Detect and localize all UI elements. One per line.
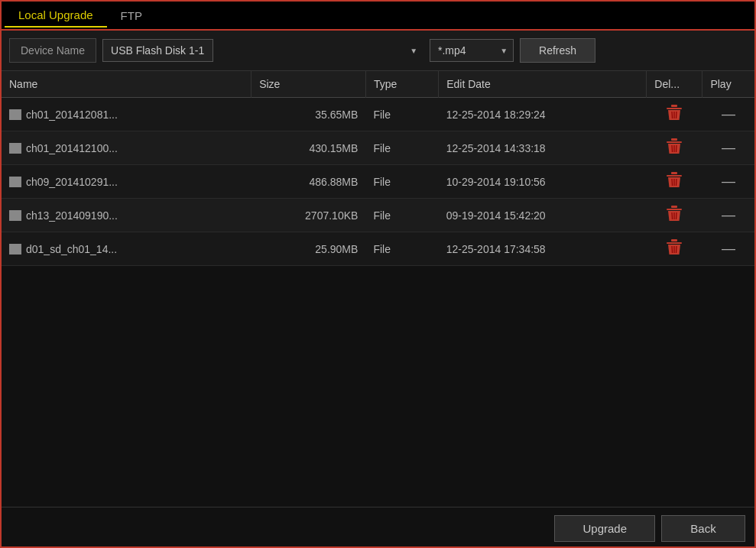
play-dash: — bbox=[722, 173, 735, 189]
file-table-container: Name Size Type Edit Date Del... Play ch0… bbox=[2, 71, 754, 548]
col-header-date: Edit Date bbox=[439, 71, 647, 98]
table-row: ch01_201412100... 430.15MB File 12-25-20… bbox=[2, 131, 754, 165]
refresh-button[interactable]: Refresh bbox=[520, 38, 595, 63]
svg-line-2 bbox=[672, 112, 673, 118]
upgrade-button[interactable]: Upgrade bbox=[554, 515, 655, 542]
svg-rect-20 bbox=[667, 242, 682, 244]
cell-play: — bbox=[702, 131, 754, 165]
svg-line-4 bbox=[677, 112, 677, 118]
svg-rect-11 bbox=[671, 172, 677, 174]
play-dash: — bbox=[722, 140, 735, 155]
device-select[interactable]: USB Flash Disk 1-1 bbox=[102, 39, 213, 62]
delete-button[interactable] bbox=[666, 205, 683, 223]
cell-name: ch01_201412100... bbox=[2, 131, 251, 165]
cell-size: 430.15MB bbox=[251, 131, 366, 165]
trash-icon bbox=[666, 205, 683, 223]
file-icon bbox=[9, 109, 21, 120]
svg-rect-16 bbox=[671, 206, 677, 208]
cell-size: 2707.10KB bbox=[251, 199, 366, 232]
cell-type: File bbox=[365, 199, 438, 232]
tab-local-upgrade[interactable]: Local Upgrade bbox=[5, 4, 107, 28]
cell-delete bbox=[647, 232, 702, 266]
svg-line-24 bbox=[677, 246, 677, 253]
main-content: Device Name USB Flash Disk 1-1 *.mp4 *.a… bbox=[2, 31, 754, 548]
cell-delete bbox=[647, 98, 702, 131]
cell-name: ch01_201412081... bbox=[2, 98, 251, 131]
table-row: d01_sd_ch01_14... 25.90MB File 12-25-201… bbox=[2, 232, 754, 266]
cell-play: — bbox=[702, 98, 754, 131]
col-header-play: Play bbox=[702, 71, 754, 98]
cell-date: 10-29-2014 19:10:56 bbox=[439, 165, 647, 199]
toolbar: Device Name USB Flash Disk 1-1 *.mp4 *.a… bbox=[2, 31, 754, 71]
cell-play: — bbox=[702, 199, 754, 232]
svg-line-22 bbox=[672, 246, 673, 253]
table-row: ch13_201409190... 2707.10KB File 09-19-2… bbox=[2, 199, 754, 232]
col-header-size: Size bbox=[251, 71, 366, 98]
play-dash: — bbox=[722, 207, 735, 222]
file-icon bbox=[9, 177, 21, 187]
cell-size: 35.65MB bbox=[251, 98, 366, 131]
cell-date: 12-25-2014 17:34:58 bbox=[439, 232, 647, 266]
device-name-label: Device Name bbox=[9, 38, 96, 63]
cell-date: 12-25-2014 18:29:24 bbox=[439, 98, 647, 131]
cell-delete bbox=[647, 165, 702, 199]
delete-button[interactable] bbox=[666, 138, 683, 156]
cell-type: File bbox=[365, 98, 438, 131]
col-header-type: Type bbox=[365, 71, 438, 98]
cell-date: 12-25-2014 14:33:18 bbox=[439, 131, 647, 165]
cell-size: 486.88MB bbox=[251, 165, 366, 199]
svg-rect-21 bbox=[671, 239, 677, 242]
tab-ftp[interactable]: FTP bbox=[107, 5, 156, 27]
svg-rect-5 bbox=[667, 141, 682, 143]
cell-size: 25.90MB bbox=[251, 232, 366, 266]
svg-line-9 bbox=[677, 145, 677, 152]
svg-line-7 bbox=[672, 145, 673, 152]
file-icon bbox=[9, 244, 21, 255]
svg-line-19 bbox=[677, 212, 677, 219]
svg-rect-0 bbox=[667, 108, 682, 109]
cell-name: ch13_201409190... bbox=[2, 199, 251, 232]
cell-type: File bbox=[365, 131, 438, 165]
svg-rect-15 bbox=[667, 209, 682, 210]
file-icon bbox=[9, 210, 21, 221]
cell-play: — bbox=[702, 165, 754, 199]
cell-name: ch09_201410291... bbox=[2, 165, 251, 199]
play-dash: — bbox=[722, 241, 735, 256]
file-table: Name Size Type Edit Date Del... Play ch0… bbox=[2, 71, 754, 266]
cell-name: d01_sd_ch01_14... bbox=[2, 232, 251, 266]
cell-type: File bbox=[365, 232, 438, 266]
cell-play: — bbox=[702, 232, 754, 266]
table-row: ch01_201412081... 35.65MB File 12-25-201… bbox=[2, 98, 754, 131]
delete-button[interactable] bbox=[666, 171, 683, 190]
play-dash: — bbox=[722, 106, 735, 122]
cell-delete bbox=[647, 131, 702, 165]
filter-select[interactable]: *.mp4 *.avi *.mkv All Files bbox=[430, 39, 514, 62]
bottom-bar: Upgrade Back bbox=[2, 507, 754, 548]
device-select-wrapper: USB Flash Disk 1-1 bbox=[102, 39, 423, 62]
trash-icon bbox=[666, 238, 683, 257]
svg-rect-1 bbox=[671, 105, 677, 107]
tab-bar: Local Upgrade FTP bbox=[2, 2, 754, 31]
table-header-row: Name Size Type Edit Date Del... Play bbox=[2, 71, 754, 98]
file-icon bbox=[9, 143, 21, 154]
trash-icon bbox=[666, 138, 683, 156]
cell-date: 09-19-2014 15:42:20 bbox=[439, 199, 647, 232]
table-row: ch09_201410291... 486.88MB File 10-29-20… bbox=[2, 165, 754, 199]
back-button[interactable]: Back bbox=[661, 515, 745, 542]
svg-line-17 bbox=[672, 212, 673, 219]
filter-select-wrapper: *.mp4 *.avi *.mkv All Files bbox=[430, 39, 514, 62]
svg-line-12 bbox=[672, 179, 673, 186]
svg-rect-10 bbox=[667, 175, 682, 177]
trash-icon bbox=[666, 171, 683, 190]
cell-type: File bbox=[365, 165, 438, 199]
col-header-name: Name bbox=[2, 71, 251, 98]
delete-button[interactable] bbox=[666, 238, 683, 257]
col-header-del: Del... bbox=[647, 71, 702, 98]
cell-delete bbox=[647, 199, 702, 232]
svg-rect-6 bbox=[671, 138, 677, 141]
svg-line-14 bbox=[677, 179, 677, 186]
delete-button[interactable] bbox=[666, 104, 683, 122]
trash-icon bbox=[666, 104, 683, 122]
